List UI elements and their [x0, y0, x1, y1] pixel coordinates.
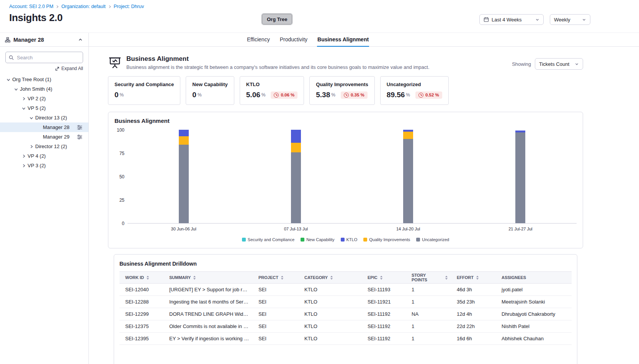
tree-item-label: VP 5 (2)	[28, 105, 46, 111]
chevron-up-icon	[78, 38, 83, 42]
column-header-epic[interactable]: EPIC	[368, 275, 403, 280]
legend-swatch	[363, 238, 367, 242]
column-header-project[interactable]: PROJECT	[258, 275, 296, 280]
chevron-right-icon[interactable]	[20, 164, 28, 168]
filter-sliders-icon[interactable]	[77, 135, 82, 139]
tree-item-manager-28[interactable]: Manager 28	[0, 122, 88, 132]
legend-item[interactable]: Security and Compliance	[242, 237, 294, 242]
bar-slot[interactable]	[352, 130, 464, 223]
column-label: STORY POINTS	[412, 273, 443, 282]
chevron-right-icon[interactable]	[20, 154, 28, 158]
bar-segment-quality-improvements	[403, 132, 413, 139]
cell-project: SEI	[253, 308, 299, 320]
chevron-right-icon[interactable]	[20, 97, 28, 101]
stacked-bar[interactable]	[291, 130, 301, 223]
legend-swatch	[301, 238, 304, 242]
column-label: PROJECT	[258, 275, 278, 280]
tree-item-john-smith[interactable]: John Smith (4)	[0, 84, 88, 94]
org-tree-button[interactable]: Org Tree	[262, 14, 292, 24]
chevron-right-icon[interactable]	[28, 145, 35, 149]
top-controls: Last 4 Weeks Weekly	[479, 14, 590, 25]
interval-dropdown[interactable]: Weekly	[550, 14, 590, 25]
tab-business-alignment[interactable]: Business Alignment	[317, 33, 369, 47]
table-row[interactable]: SEI-12288 Ingesting the last 6 months of…	[119, 296, 572, 308]
tree-item-vp-2[interactable]: VP 2 (2)	[0, 94, 88, 103]
stacked-bar[interactable]	[515, 131, 525, 223]
sidebar-header: Manager 28	[0, 33, 88, 47]
tree-item-org-tree-root[interactable]: Org Tree Root (1)	[0, 75, 88, 84]
column-header-category[interactable]: CATEGORY	[304, 275, 359, 280]
tree-item-vp-5[interactable]: VP 5 (2)	[0, 103, 88, 113]
column-label: EPIC	[368, 275, 378, 280]
sort-icon[interactable]	[281, 276, 284, 280]
chevron-down-icon[interactable]	[20, 106, 28, 110]
table-row[interactable]: SEI-12040 [URGENT] EY > Support for job …	[119, 284, 572, 296]
filter-sliders-icon[interactable]	[77, 125, 82, 130]
sort-icon[interactable]	[146, 276, 149, 280]
bar-slot[interactable]	[464, 130, 577, 223]
cell-story-points: NA	[406, 308, 451, 320]
stat-unit: %	[406, 92, 410, 98]
table-row[interactable]: SEI-12395 EY > Verify if ingestion is wo…	[119, 333, 572, 345]
sort-icon[interactable]	[476, 276, 479, 280]
stacked-bar[interactable]	[179, 130, 189, 223]
bar-slot[interactable]	[127, 130, 240, 223]
drilldown-table: WORK ID SUMMARY PROJECT CATEGORY EPIC ST…	[119, 271, 572, 345]
stacked-bar[interactable]	[403, 130, 413, 223]
tab-productivity[interactable]: Productivity	[279, 33, 308, 47]
legend-label: Quality Improvements	[369, 237, 410, 242]
tree-item-label: VP 3 (2)	[28, 163, 46, 168]
showing-dropdown[interactable]: Tickets Count	[535, 58, 583, 70]
business-alignment-chart-card: Business Alignment 100 75 50 25 0	[108, 112, 583, 248]
tree-item-label: Director 13 (2)	[35, 115, 67, 121]
breadcrumb: Account: SEI 2.0 PM Organization: defaul…	[9, 4, 630, 9]
column-header-effort[interactable]: EFFORT	[457, 275, 493, 280]
tree-item-manager-29[interactable]: Manager 29	[0, 132, 88, 142]
collapse-sidebar-button[interactable]	[77, 36, 84, 43]
sort-icon[interactable]	[330, 276, 333, 280]
tree-item-director-12[interactable]: Director 12 (2)	[0, 142, 88, 151]
table-row[interactable]: SEI-12299 DORA TREND LINE GRAPH Widgets …	[119, 308, 572, 320]
cell-category: KTLO	[299, 296, 362, 308]
breadcrumb-organization-link[interactable]: Organization: default	[61, 4, 105, 9]
legend-label: KTLO	[346, 237, 358, 242]
tree-item-vp-4[interactable]: VP 4 (2)	[0, 151, 88, 161]
legend-item[interactable]: Uncategorized	[416, 237, 449, 242]
cell-work-id: SEI-12288	[119, 296, 163, 308]
legend-item[interactable]: KTLO	[341, 237, 358, 242]
column-header-summary[interactable]: SUMMARY	[169, 275, 250, 280]
cell-work-id: SEI-12040	[119, 284, 163, 296]
tab-efficiency[interactable]: Efficiency	[247, 33, 270, 47]
chevron-down-icon[interactable]	[5, 78, 12, 82]
tree-item-label: VP 4 (2)	[28, 153, 46, 159]
showing-value: Tickets Count	[539, 61, 569, 67]
sort-icon[interactable]	[380, 276, 383, 280]
breadcrumb-project-link[interactable]: Project: Dhruv	[114, 4, 144, 9]
column-header-work-id[interactable]: WORK ID	[125, 275, 160, 280]
sidebar-search	[5, 52, 83, 63]
sort-icon[interactable]	[445, 276, 448, 280]
y-tick-label: 25	[119, 198, 124, 203]
table-row[interactable]: SEI-12375 Older Commits is not available…	[119, 320, 572, 333]
tree-item-vp-3[interactable]: VP 3 (2)	[0, 161, 88, 170]
chevron-down-icon[interactable]	[28, 116, 35, 120]
cell-project: SEI	[253, 284, 299, 296]
date-range-dropdown[interactable]: Last 4 Weeks	[479, 14, 544, 25]
chevron-down-icon	[575, 62, 579, 66]
cell-category: KTLO	[299, 308, 362, 320]
breadcrumb-account-link[interactable]: Account: SEI 2.0 PM	[9, 4, 53, 9]
legend-item[interactable]: Quality Improvements	[363, 237, 410, 242]
chevron-down-icon[interactable]	[12, 87, 20, 91]
stat-title: New Capability	[192, 82, 227, 87]
plot-area	[127, 130, 577, 224]
column-header-story-points[interactable]: STORY POINTS	[412, 273, 448, 282]
bar-slot[interactable]	[240, 130, 352, 223]
tree-item-label: VP 2 (2)	[28, 96, 46, 101]
search-input[interactable]	[5, 52, 83, 63]
stat-title: Security and Compliance	[114, 82, 174, 87]
legend-item[interactable]: New Capability	[301, 237, 334, 242]
tree-item-director-13[interactable]: Director 13 (2)	[0, 113, 88, 122]
sort-icon[interactable]	[193, 276, 196, 280]
chevron-right-icon	[108, 5, 111, 8]
expand-all-button[interactable]: Expand All	[5, 66, 83, 71]
